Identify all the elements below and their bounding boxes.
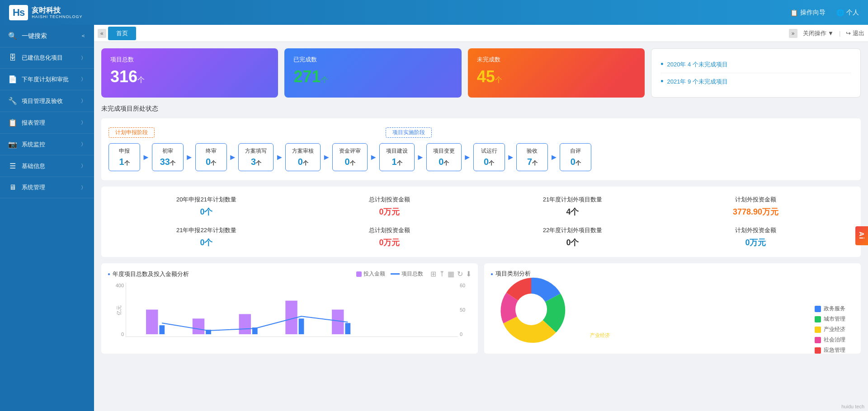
workflow-step-3[interactable]: 方案填写3个	[238, 143, 274, 171]
chart-title-row-left: 年度项目总数及投入金额分析 投入金额 项目总数	[108, 270, 472, 278]
sidebar-item-sys-mgmt[interactable]: 🖥 系统管理 〉	[0, 177, 94, 198]
sidebar-item-monitoring[interactable]: 📷 系统监控 〉	[0, 134, 94, 155]
stat-card-incomplete[interactable]: 未完成数 45个	[468, 48, 645, 98]
legend-item-social: 社会治理	[815, 336, 845, 344]
workflow-steps: 申报1个►初审33个►终审0个►方案填写3个►方案审核0个►资金评审0个►项目建…	[108, 143, 854, 171]
tab-home[interactable]: 首页	[108, 27, 136, 40]
search-left: 🔍 一键搜索	[8, 32, 47, 40]
sidebar-item-basic-info[interactable]: ☰ 基础信息 〉	[0, 155, 94, 177]
bar-chart-svg	[126, 283, 458, 336]
legend-item-gov: 政务服务	[815, 305, 845, 313]
tabs-right: » 关闭操作 ▼ | ↪ 退出	[789, 29, 864, 38]
svg-rect-9	[345, 323, 350, 334]
bar-chart-icon[interactable]: ▦	[448, 270, 454, 278]
incomplete-year-2020[interactable]: 2020年 4 个未完成项目	[660, 56, 851, 73]
database-icon: 🗄	[8, 54, 17, 62]
svg-rect-2	[193, 318, 204, 334]
camera-icon: 📷	[8, 140, 17, 149]
sidebar-item-next-year[interactable]: 📄 下年度计划和审批 〉	[0, 69, 94, 90]
nav-guide[interactable]: 📋 操作向导	[790, 9, 826, 17]
workflow-step-0[interactable]: 申报1个	[108, 143, 140, 171]
stats-row: 项目总数 316个 已完成数 271个 未完成数 45个	[101, 48, 861, 98]
chart-legend: 投入金额 项目总数	[356, 270, 423, 278]
arrow-2: ►	[229, 153, 237, 162]
total-title: 项目总数	[110, 56, 269, 64]
ai-button[interactable]: Ai	[855, 226, 868, 245]
chart-card-left: 年度项目总数及投入金额分析 投入金额 项目总数	[101, 263, 478, 354]
workflow-step-8[interactable]: 试运行0个	[473, 143, 505, 171]
total-value: 316个	[110, 67, 269, 86]
close-operation[interactable]: 关闭操作 ▼	[803, 29, 834, 37]
arrow-0: ►	[142, 153, 150, 162]
download-icon[interactable]: ⬇	[466, 270, 472, 278]
incomplete-value: 45个	[477, 67, 636, 86]
tab-nav-prev[interactable]: «	[98, 29, 106, 38]
refresh-icon[interactable]: ↻	[457, 270, 463, 278]
color-city	[815, 316, 821, 322]
main-layout: 🔍 一键搜索 ＜ 🗄 已建信息化项目 〉 📄 下年度计划和审批 〉 🔧 项目管理…	[0, 25, 868, 411]
stats-grid-item-7: 计划外投资金额0万元	[664, 226, 847, 248]
chevron-right-icon: ＜	[80, 32, 86, 40]
arrow-7: ►	[463, 153, 472, 162]
stats-grid-item-2: 21年度计划外项目数量4个	[481, 196, 664, 217]
legend-item-emergency: 应急管理	[815, 346, 845, 354]
chevron-icon-5: 〉	[81, 163, 86, 169]
incomplete-year-2021[interactable]: 2021年 9 个未完成项目	[660, 73, 851, 90]
right-y-bottom: 50	[460, 307, 465, 313]
sidebar-item-project-mgmt[interactable]: 🔧 项目管理及验收 〉	[0, 90, 94, 112]
industry-label: 产业经济	[590, 332, 610, 339]
pie-chart-svg	[495, 273, 567, 346]
guide-icon: 📋	[790, 9, 798, 16]
workflow-step-10[interactable]: 自评0个	[560, 143, 591, 171]
impl-stage-label: 项目实施阶段	[386, 127, 432, 138]
personal-icon: 🌐	[836, 9, 844, 16]
section-title: 未完成项目所处状态	[101, 105, 861, 113]
stats-grid-item-5: 总计划投资金额0万元	[298, 226, 481, 248]
tab-nav-next[interactable]: »	[789, 29, 797, 38]
workflow-step-7[interactable]: 项目变更0个	[426, 143, 462, 171]
tabs-bar: « 首页 » 关闭操作 ▼ | ↪ 退出	[94, 25, 868, 42]
completed-value: 271个	[293, 67, 452, 86]
workflow-step-2[interactable]: 终审0个	[195, 143, 227, 171]
workflow-step-9[interactable]: 验收7个	[516, 143, 548, 171]
exit-button[interactable]: ↪ 退出	[846, 29, 864, 37]
workflow-step-1[interactable]: 初审33个	[152, 143, 184, 171]
main-content: « 首页 » 关闭操作 ▼ | ↪ 退出 项目总数	[94, 25, 868, 411]
workflow-step-4[interactable]: 方案审核0个	[285, 143, 321, 171]
legend-purple	[356, 271, 362, 277]
color-social	[815, 337, 821, 343]
workflow-step-5[interactable]: 资金评审0个	[332, 143, 368, 171]
sidebar-search[interactable]: 🔍 一键搜索 ＜	[0, 25, 94, 47]
arrow-3: ►	[275, 153, 283, 162]
legend-item-industry: 产业经济	[815, 326, 845, 333]
charts-row: 年度项目总数及投入金额分析 投入金额 项目总数	[101, 263, 861, 354]
nav-personal[interactable]: 🌐 个人	[836, 9, 859, 17]
svg-rect-7	[299, 318, 304, 334]
plan-stage-label: 计划申报阶段	[108, 127, 155, 138]
desktop-icon: 🖥	[8, 183, 17, 191]
report-icon: 📋	[8, 118, 17, 127]
stat-card-completed[interactable]: 已完成数 271个	[284, 48, 461, 98]
sidebar: 🔍 一键搜索 ＜ 🗄 已建信息化项目 〉 📄 下年度计划和审批 〉 🔧 项目管理…	[0, 25, 94, 411]
y-axis-top: 400	[116, 283, 124, 288]
line-chart-icon[interactable]: ⤒	[439, 270, 445, 278]
stat-card-total[interactable]: 项目总数 316个	[101, 48, 278, 98]
y-axis-bottom: 0	[121, 332, 124, 337]
sidebar-item-informatization[interactable]: 🗄 已建信息化项目 〉	[0, 47, 94, 69]
svg-rect-4	[239, 314, 251, 334]
incomplete-title: 未完成数	[477, 56, 636, 64]
wrench-icon: 🔧	[8, 97, 17, 105]
stats-grid: 20年申报21年计划数量0个总计划投资金额0万元21年度计划外项目数量4个计划外…	[101, 187, 861, 257]
pie-area: 政务服务 城市管理 产业经济	[491, 282, 854, 336]
arrow-8: ►	[507, 153, 515, 162]
chevron-icon-4: 〉	[81, 141, 86, 148]
arrow-6: ►	[416, 153, 425, 162]
stats-grid-item-0: 20年申报21年计划数量0个	[115, 196, 298, 217]
workflow-step-6[interactable]: 项目建设1个	[379, 143, 415, 171]
table-view-icon[interactable]: ⊞	[430, 270, 436, 278]
chevron-icon-2: 〉	[81, 98, 86, 104]
tabs-left: « 首页	[98, 27, 136, 40]
completed-title: 已完成数	[293, 56, 452, 64]
color-gov	[815, 306, 821, 312]
sidebar-item-report[interactable]: 📋 报表管理 〉	[0, 112, 94, 134]
